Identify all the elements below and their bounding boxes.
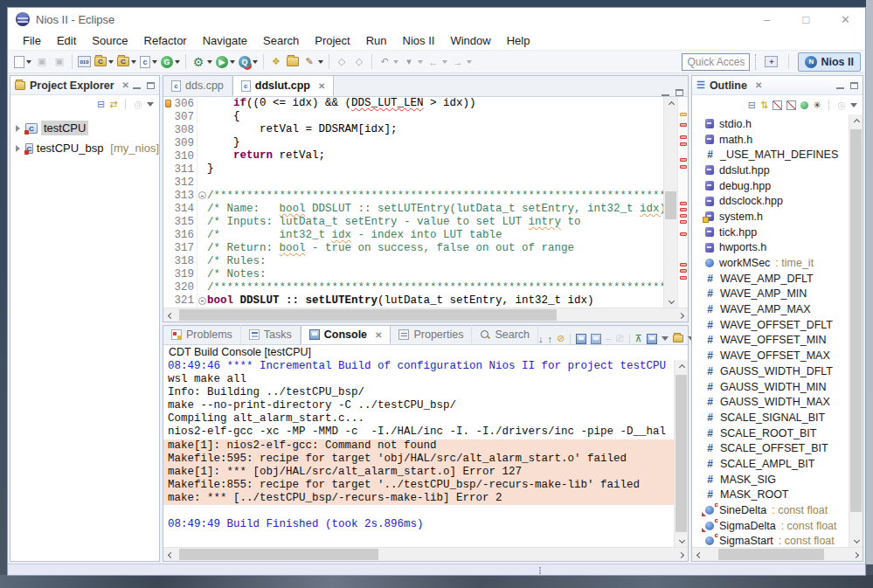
menu-window[interactable]: Window [442, 32, 498, 49]
open-perspective-button[interactable]: + [763, 52, 779, 71]
scroll-down-arrow-icon[interactable] [664, 294, 678, 308]
console-vertical-scrollbar[interactable] [674, 360, 688, 547]
tree-item-testcpu-bsp[interactable]: C testCPU_bsp [my_nios] [10, 138, 159, 158]
close-icon[interactable]: ✕ [375, 330, 382, 340]
profile-button[interactable]: Q [237, 52, 260, 71]
scrollbar-thumb[interactable] [676, 375, 687, 532]
hide-static-members-icon[interactable] [786, 100, 796, 110]
quick-access-input[interactable] [682, 53, 750, 71]
show-console-on-error-icon[interactable] [591, 334, 601, 344]
tab-problems[interactable]: Problems [163, 325, 241, 344]
minimize-button[interactable]: – [747, 8, 786, 31]
menu-source[interactable]: Source [84, 32, 135, 49]
tab-console[interactable]: Console✕ [301, 325, 391, 344]
remove-launch-icon[interactable]: − [606, 334, 611, 344]
next-annotation-button[interactable]: ◇ [350, 52, 368, 71]
outline-item[interactable]: WAVE_OFFSET_MIN [692, 333, 849, 349]
outline-item[interactable]: SCALE_SIGNAL_BIT [692, 410, 849, 425]
outline-item[interactable]: SCALE_ROOT_BIT [692, 425, 849, 441]
view-menu-icon[interactable] [850, 103, 857, 107]
tab-outline[interactable]: ☰ Outline ✕ [696, 80, 762, 92]
display-selected-console-icon[interactable] [647, 334, 657, 344]
collapse-all-icon[interactable]: ⊟ [97, 99, 105, 110]
outline-item[interactable]: SCALE_OFFSET_BIT [692, 440, 849, 456]
close-icon[interactable]: ✕ [318, 81, 325, 91]
expand-arrow-icon[interactable] [16, 125, 20, 132]
save-button[interactable]: ▣ [33, 52, 51, 71]
outline-item[interactable]: GAUSS_WIDTH_DFLT [692, 363, 849, 379]
last-edit-location-button[interactable]: ↶ [376, 52, 400, 71]
hide-inactive-icon[interactable]: ✳ [813, 100, 821, 111]
outline-vertical-scrollbar[interactable] [849, 114, 863, 547]
open-console-icon[interactable] [673, 335, 683, 342]
make-targets-button[interactable]: G [159, 52, 182, 71]
outline-item[interactable]: WAVE_OFFSET_DFLT [692, 317, 849, 333]
tab-dds-cpp[interactable]: c dds.cpp [163, 75, 232, 96]
pin-editor-button[interactable]: ▾ [400, 52, 425, 71]
editor-horizontal-scrollbar[interactable] [163, 308, 688, 322]
editor-vertical-scrollbar[interactable] [663, 97, 677, 308]
menu-refactor[interactable]: Refactor [136, 32, 195, 49]
tab-project-explorer[interactable]: Project Explorer ✕ [15, 80, 129, 92]
maximize-button[interactable]: □ [786, 8, 826, 31]
menu-navigate[interactable]: Navigate [195, 32, 255, 49]
outline-item[interactable]: workMSec: time_it [692, 255, 849, 271]
pin-console-icon[interactable]: ⊼ [635, 333, 642, 344]
annotation-ruler[interactable] [677, 97, 688, 308]
minimize-view-icon[interactable] [836, 82, 844, 89]
close-icon[interactable]: ✕ [755, 80, 762, 90]
focus-icon[interactable]: ◎ [134, 99, 142, 110]
forward-button[interactable]: → [449, 52, 474, 71]
run-button[interactable]: ▶ [214, 52, 237, 71]
tab-search[interactable]: Search [472, 325, 538, 344]
new-cpp-project-button[interactable]: C [115, 52, 138, 71]
expand-arrow-icon[interactable] [16, 145, 20, 152]
menu-search[interactable]: Search [255, 32, 307, 49]
outline-item[interactable]: ddsclock.hpp [692, 193, 849, 209]
outline-item[interactable]: SCALE_AMPL_BIT [692, 456, 849, 472]
outline-item[interactable]: ddslut.hpp [692, 163, 849, 178]
close-icon[interactable]: ✕ [122, 80, 129, 90]
open-element-button[interactable]: ❖ [267, 52, 285, 71]
scrollbar-thumb[interactable] [179, 309, 557, 321]
scroll-right-arrow-icon[interactable] [849, 548, 863, 562]
fold-collapse-icon[interactable] [198, 191, 206, 199]
menu-help[interactable]: Help [499, 32, 538, 49]
scrollbar-thumb[interactable] [718, 549, 824, 560]
minimize-view-icon[interactable] [662, 89, 669, 96]
console-output[interactable]: 08:49:46 **** Incremental Build of confi… [163, 360, 674, 547]
scrollbar-thumb[interactable] [850, 129, 862, 512]
outline-item[interactable]: hwports.h [692, 240, 849, 256]
outline-horizontal-scrollbar[interactable] [692, 547, 863, 561]
nios-perspective-button[interactable]: N Nios II [798, 52, 861, 72]
new-source-file-button[interactable]: c [138, 52, 159, 71]
new-c-project-button[interactable]: C [93, 52, 115, 71]
scrollbar-thumb[interactable] [179, 549, 378, 560]
collapse-all-icon[interactable]: ⊟ [748, 100, 756, 111]
scrollbar-thumb[interactable] [665, 191, 676, 219]
outline-item[interactable]: MASK_SIG [692, 472, 849, 488]
tab-properties[interactable]: Properties [391, 325, 472, 344]
minimize-view-icon[interactable] [133, 82, 141, 89]
previous-annotation-button[interactable]: ◇ [333, 52, 350, 71]
scroll-down-arrow-icon[interactable] [675, 533, 689, 547]
menu-file[interactable]: File [15, 32, 49, 49]
hide-fields-icon[interactable] [773, 100, 782, 110]
outline-item[interactable]: SigmaStart: const float [692, 534, 849, 547]
outline-item[interactable]: stdio.h [692, 116, 849, 132]
close-button[interactable]: ✕ [826, 8, 865, 31]
maximize-view-icon[interactable] [676, 89, 683, 96]
search-toolbar-button[interactable]: ✎ [301, 52, 325, 71]
scroll-up-icon[interactable]: ↑ [548, 334, 553, 344]
hide-non-public-icon[interactable] [800, 101, 808, 109]
menu-project[interactable]: Project [307, 32, 357, 49]
scroll-up-arrow-icon[interactable] [664, 97, 678, 111]
outline-item[interactable]: tick.hpp [692, 225, 849, 240]
view-menu-icon[interactable] [147, 102, 154, 107]
maximize-view-icon[interactable] [850, 82, 858, 89]
scroll-up-arrow-icon[interactable] [849, 114, 863, 128]
scroll-right-arrow-icon[interactable] [674, 548, 688, 562]
menu-edit[interactable]: Edit [49, 32, 84, 49]
tab-tasks[interactable]: Tasks [241, 325, 301, 344]
show-console-on-output-icon[interactable] [576, 334, 586, 344]
